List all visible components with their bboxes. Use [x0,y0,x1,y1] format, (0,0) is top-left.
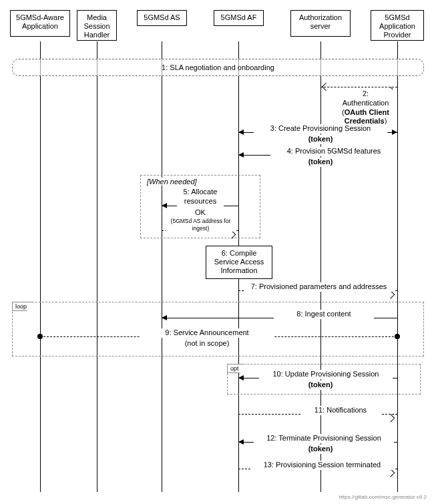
arrowhead [392,130,397,135]
arrowhead [238,439,244,445]
lifeline-as [162,41,162,492]
arrowhead [238,375,244,381]
participant-prov: 5GMSdApplicationProvider [371,10,424,41]
msg-12-token: (token) [294,445,347,454]
dot [37,334,43,339]
msg-7-text: 7: Provisioned parameters and addresses [244,282,394,292]
msg-3-token: (token) [294,135,347,144]
msg-10-text: 10: Update Provisioning Session [259,370,393,379]
msg-2-text: 2: Authentication (OAuth Client Credenti… [334,89,397,126]
msg-6-note: 6: Compile Service Access Information [206,246,272,279]
msg-11-text: 11: Notifications [300,406,381,415]
msg-12-text: 12: Terminate Provisioning Session [254,434,394,443]
msg-5-text: 5: Allocate resources [177,188,224,206]
participant-as: 5GMSd AS [137,10,187,26]
msg-4-token: (token) [294,158,347,167]
msg-2-arrow [320,87,397,87]
msg-4-text: 4: Provision 5GMSd features [270,147,397,156]
arrowhead [387,469,395,477]
msg-10-token: (token) [294,381,347,390]
dot [395,334,400,339]
msg-1-text: 1: SLA negotiation and onboarding [162,63,274,71]
participant-af: 5GMSd AF [214,10,264,26]
footer-text: https://gitlab.com/msc-generator v8.2 [339,494,427,500]
frag-loop-label: loop [12,302,32,311]
arrowhead [322,83,331,91]
msg-5-return-text: OK [177,208,224,218]
lifeline-msh [97,41,97,492]
msg-9-text: 9: Service Announcement [140,328,274,338]
lifeline-auth [320,41,321,492]
msg-1-box: 1: SLA negotiation and onboarding [12,59,424,76]
arrowhead [162,315,167,320]
participant-app: 5GMSd-AwareApplication [10,10,70,37]
arrowhead [162,203,167,208]
frag-opt-label: opt [227,364,244,373]
msg-9-sub: (not in scope) [177,339,237,348]
arrowhead [387,414,395,423]
msg-8-text: 8: Ingest content [274,310,374,319]
msg-3-text: 3: Create Provisioning Session [254,124,387,134]
participant-msh: MediaSessionHandler [77,10,117,41]
participant-auth: Authorizationserver [290,10,351,37]
msg-5-return-detail: (5GMSd AS address for ingest) [166,218,236,232]
arrowhead [238,152,244,158]
lifeline-app [40,41,41,492]
arrowhead [238,130,244,135]
lifeline-prov [397,41,398,492]
sequence-diagram: 5GMSd-AwareApplication MediaSessionHandl… [7,7,429,497]
frag-opt: opt [227,364,421,395]
frag-guard: [When needed] [147,178,197,186]
arrowhead [387,290,395,299]
msg-13-text: 13: Provisioning Session terminated [250,461,394,470]
